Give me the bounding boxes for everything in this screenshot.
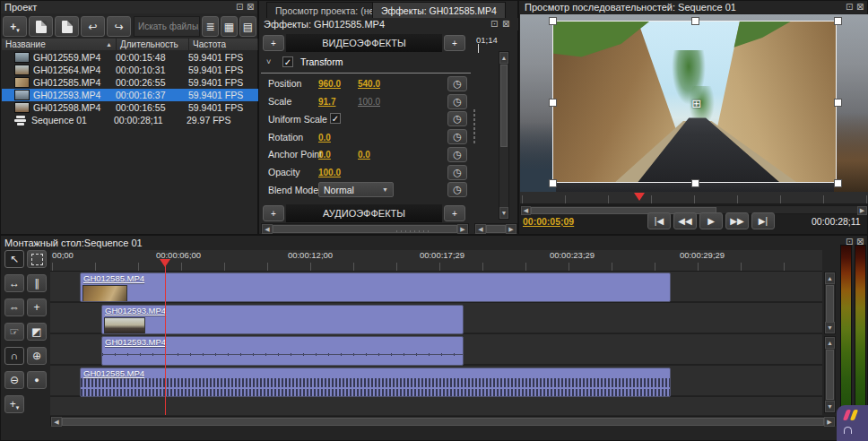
video-tracks-vscrollbar[interactable]: ▲ ▼ xyxy=(824,272,836,334)
tool-record[interactable]: ● xyxy=(27,371,47,389)
tool-pointer[interactable]: ↖ xyxy=(4,250,24,268)
transform-handle[interactable] xyxy=(549,99,557,107)
scroll-up-arrow[interactable]: ▲ xyxy=(825,337,835,349)
new-file-button[interactable] xyxy=(29,16,53,37)
media-row[interactable]: GH012559.MP4 00:00:15:48 59.9401 FPS xyxy=(2,51,258,64)
scroll-down-arrow[interactable]: ▼ xyxy=(499,207,508,219)
add-audio-effect-button[interactable]: + xyxy=(263,205,284,221)
undock-icon[interactable]: ⊡ xyxy=(846,2,854,12)
close-icon[interactable]: ⊠ xyxy=(856,2,864,12)
media-row[interactable]: GH012585.MP4 00:00:26:55 59.9401 FPS xyxy=(2,76,258,89)
preview-ruler[interactable] xyxy=(520,192,868,204)
go-to-start-button[interactable]: |◀ xyxy=(647,212,671,229)
view-icons-button[interactable]: ▦ xyxy=(221,16,238,37)
effects-vscrollbar[interactable]: ▲ ▼ xyxy=(499,51,509,220)
add-item-button[interactable]: +▾ xyxy=(3,16,27,37)
blend-mode-dropdown[interactable]: Normal ▼ xyxy=(318,182,394,197)
keyframe-playhead[interactable] xyxy=(478,44,479,53)
video-viewport[interactable]: ⊞ xyxy=(520,14,868,192)
tool-slip[interactable]: ⇔ xyxy=(4,298,24,316)
tool-slide[interactable]: + xyxy=(27,298,47,316)
undock-icon[interactable]: ⊡ xyxy=(490,19,499,29)
tool-edit[interactable] xyxy=(27,250,47,268)
column-header-name[interactable]: Название ▲ xyxy=(2,39,117,50)
transform-handle[interactable] xyxy=(549,17,557,25)
close-icon[interactable]: ⊠ xyxy=(247,2,255,12)
keyframe-toggle-button[interactable]: ◷ xyxy=(447,182,467,197)
scroll-down-arrow[interactable]: ▼ xyxy=(825,401,835,412)
open-file-button[interactable] xyxy=(55,16,79,37)
transform-handle[interactable] xyxy=(691,179,699,187)
audio-tracks-vscrollbar[interactable]: ▲ ▼ xyxy=(824,336,836,413)
keyframe-toggle-button[interactable]: ◷ xyxy=(447,147,467,162)
effects-hscrollbar[interactable]: ◀ ▶ xyxy=(261,223,469,233)
column-header-duration[interactable]: Длительность xyxy=(117,39,189,50)
param-value[interactable]: 91.7 xyxy=(318,97,335,107)
scroll-right-arrow[interactable]: ▶ xyxy=(506,224,516,234)
media-row-selected[interactable]: GH012593.MP4 00:00:16:37 59.9401 FPS xyxy=(2,89,258,101)
go-to-end-button[interactable]: ▶| xyxy=(751,212,775,229)
view-tree-button[interactable]: ≣ xyxy=(202,16,219,37)
param-value[interactable]: 100.0 xyxy=(318,168,341,177)
keyframe-splitter[interactable] xyxy=(473,108,476,144)
scroll-down-arrow[interactable]: ▼ xyxy=(825,322,835,333)
fast-forward-button[interactable]: ▶▶ xyxy=(725,212,749,229)
media-row[interactable]: GH012564.MP4 00:00:10:31 59.9401 FPS xyxy=(2,64,258,76)
param-value[interactable]: 960.0 xyxy=(318,79,341,89)
scroll-right-arrow[interactable]: ▶ xyxy=(457,224,468,234)
column-header-rate[interactable]: Частота xyxy=(189,39,258,50)
tool-ripple[interactable]: ↔ xyxy=(4,274,24,292)
play-button[interactable]: ▶ xyxy=(699,212,723,229)
scroll-right-arrow[interactable]: ▶ xyxy=(824,417,835,427)
keyframe-toggle-button[interactable]: ◷ xyxy=(447,94,467,109)
tool-add[interactable]: +▾ xyxy=(4,395,24,413)
panel-splitter[interactable] xyxy=(395,229,430,233)
tool-rolling[interactable]: ∥ xyxy=(27,274,47,292)
param-value[interactable]: 540.0 xyxy=(358,79,380,89)
close-icon[interactable]: ⊠ xyxy=(502,19,510,29)
transform-frame[interactable]: ⊞ xyxy=(552,21,837,183)
scroll-left-arrow[interactable]: ◀ xyxy=(51,417,62,427)
keyframe-hscrollbar[interactable]: ◀ ▶ xyxy=(474,223,517,233)
timeline-clip-video[interactable]: GH012593.MP4 xyxy=(101,305,464,334)
timeline-clip-audio[interactable]: GH012585.MP4 xyxy=(80,368,671,397)
timeline-clip-video[interactable]: GH012585.MP4 xyxy=(80,272,671,302)
add-video-effect-button[interactable]: + xyxy=(263,35,284,51)
audio-effect-menu-button[interactable]: + xyxy=(444,205,465,221)
recorder-overlay[interactable] xyxy=(837,405,868,441)
keyframe-toggle-button[interactable]: ◷ xyxy=(447,76,467,91)
view-list-button[interactable]: ▤ xyxy=(239,16,256,37)
redo-button[interactable]: ↪ xyxy=(107,16,131,37)
tool-zoom-out[interactable]: ⊖ xyxy=(4,371,24,389)
scroll-up-arrow[interactable]: ▲ xyxy=(825,272,835,284)
scroll-up-arrow[interactable]: ▲ xyxy=(499,52,508,64)
tab-effects[interactable]: Эффекты: GH012585.MP4 xyxy=(372,2,506,19)
collapse-chevron-icon[interactable]: ˅ xyxy=(266,57,271,66)
tool-hand[interactable]: ☞ xyxy=(4,323,24,341)
param-value[interactable]: 0.0 xyxy=(318,150,331,160)
keyframe-toggle-button[interactable]: ◷ xyxy=(447,165,467,180)
transform-handle[interactable] xyxy=(834,17,842,25)
gizmo-anchor-icon[interactable]: ⊞ xyxy=(691,97,701,110)
keyframe-toggle-button[interactable]: ◷ xyxy=(447,111,467,126)
transform-handle[interactable] xyxy=(834,99,842,107)
transform-handle[interactable] xyxy=(549,179,557,187)
scroll-left-arrow[interactable]: ◀ xyxy=(475,224,486,234)
keyframe-toggle-button[interactable]: ◷ xyxy=(447,129,467,144)
rewind-button[interactable]: ◀◀ xyxy=(673,212,697,229)
preview-playhead[interactable] xyxy=(634,193,645,201)
sequence-row[interactable]: Sequence 01 00:00:28;11 29.97 FPS xyxy=(2,114,258,126)
current-timecode[interactable]: 00:00:05;09 xyxy=(523,216,574,227)
scroll-right-arrow[interactable]: ▶ xyxy=(857,206,867,215)
transform-handle[interactable] xyxy=(691,17,699,25)
scroll-left-arrow[interactable]: ◀ xyxy=(262,224,273,234)
tool-snapping[interactable]: ∩ xyxy=(4,347,24,365)
video-effect-menu-button[interactable]: + xyxy=(444,35,465,51)
param-value[interactable]: 0.0 xyxy=(358,150,370,160)
tool-transition[interactable]: ◩ xyxy=(27,323,47,341)
tool-zoom-in[interactable]: ⊕ xyxy=(27,347,47,365)
effect-enabled-checkbox[interactable]: ✓ xyxy=(282,56,293,67)
timeline-hscrollbar[interactable]: ◀ ▶ xyxy=(50,416,836,426)
timeline-clip-audio[interactable]: GH012593.MP4 xyxy=(101,336,464,366)
transform-handle[interactable] xyxy=(834,179,842,187)
